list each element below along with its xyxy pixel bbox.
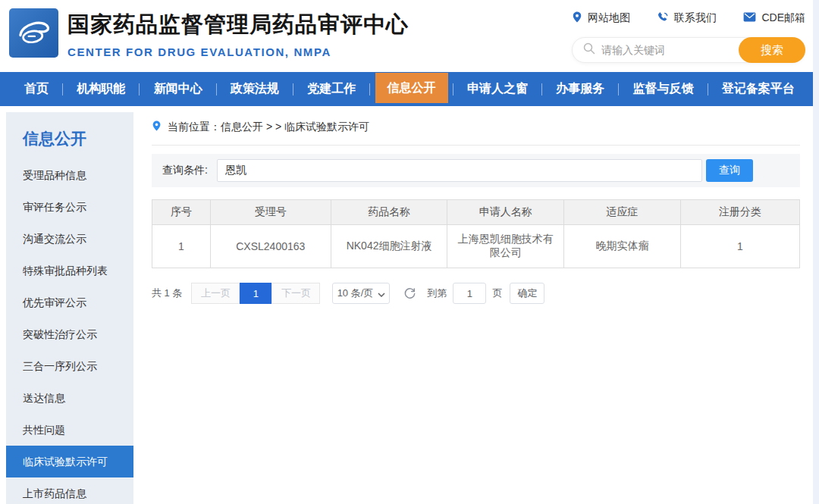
nav-item-functions[interactable]: 机构职能 <box>67 72 134 106</box>
pagination-total: 共 1 条 <box>152 286 182 300</box>
mailbox-link-label: CDE邮箱 <box>761 11 805 25</box>
contact-link[interactable]: 联系我们 <box>657 11 717 25</box>
nav-item-news[interactable]: 新闻中心 <box>145 72 212 106</box>
table-header-row: 序号 受理号 药品名称 申请人名称 适应症 注册分类 <box>152 200 800 225</box>
cell-indication: 晚期实体瘤 <box>564 225 681 268</box>
cell-index: 1 <box>152 225 211 268</box>
col-header-drug-name: 药品名称 <box>331 200 447 225</box>
page-size-value: 10 条/页 <box>337 286 374 300</box>
site-header: 国家药品监督管理局药品审评中心 CENTER FOR DRUG EVALUATI… <box>0 0 819 72</box>
page-size-select[interactable]: 10 条/页 <box>332 283 390 304</box>
query-bar: 查询条件: 查询 <box>152 154 800 187</box>
site-title: 国家药品监督管理局药品审评中心 <box>67 10 409 40</box>
site-search-input[interactable] <box>601 44 733 56</box>
cell-drug-name: NK042细胞注射液 <box>331 225 447 268</box>
nav-divider <box>708 83 708 95</box>
page-number-button[interactable]: 1 <box>240 283 271 304</box>
nav-divider <box>369 83 370 95</box>
sidebar-title: 信息公开 <box>6 112 133 159</box>
sidebar-item-priority-review[interactable]: 优先审评公示 <box>6 286 133 318</box>
phone-icon <box>657 11 669 25</box>
query-button[interactable]: 查询 <box>706 159 753 182</box>
refresh-icon[interactable] <box>403 287 416 300</box>
sidebar-item-marketed-drugs[interactable]: 上市药品信息 <box>6 477 133 504</box>
col-header-registration-class: 注册分类 <box>680 200 799 225</box>
cell-registration-class: 1 <box>680 225 799 268</box>
nav-divider <box>541 83 542 95</box>
goto-page-prefix: 到第 <box>427 286 447 300</box>
sidebar-item-review-tasks[interactable]: 审评任务公示 <box>6 191 133 223</box>
results-table: 序号 受理号 药品名称 申请人名称 适应症 注册分类 1 CXSL2400163… <box>152 199 800 268</box>
sidebar-item-delivery-info[interactable]: 送达信息 <box>6 382 133 414</box>
col-header-indication: 适应症 <box>564 200 681 225</box>
search-icon <box>583 42 595 58</box>
mail-icon <box>743 12 756 24</box>
map-pin-icon <box>572 11 582 26</box>
nav-item-party[interactable]: 党建工作 <box>298 72 365 106</box>
cde-logo-icon <box>12 10 56 57</box>
header-quick-links: 网站地图 联系我们 CDE邮箱 <box>572 11 805 26</box>
nav-item-applicant-window[interactable]: 申请人之窗 <box>458 72 537 106</box>
sidebar-item-clinical-trial-implied-license[interactable]: 临床试验默示许可 <box>6 446 133 477</box>
breadcrumb: 当前位置：信息公开 > > 临床试验默示许可 <box>152 114 800 146</box>
nav-divider <box>618 83 619 95</box>
sidebar-item-accepted-varieties[interactable]: 受理品种信息 <box>6 159 133 191</box>
site-search-button[interactable]: 搜索 <box>739 37 805 63</box>
query-label: 查询条件: <box>162 164 208 177</box>
cde-logo <box>9 8 58 58</box>
nav-item-services[interactable]: 办事服务 <box>547 72 613 106</box>
cell-applicant-name: 上海恩凯细胞技术有限公司 <box>447 225 564 268</box>
prev-page-button[interactable]: 上一页 <box>191 283 240 304</box>
sidebar-item-communication[interactable]: 沟通交流公示 <box>6 223 133 255</box>
nav-item-registration-platform[interactable]: 登记备案平台 <box>713 72 804 106</box>
col-header-acceptance-number: 受理号 <box>210 200 331 225</box>
nav-divider <box>216 83 217 95</box>
sidebar: 信息公开 受理品种信息 审评任务公示 沟通交流公示 特殊审批品种列表 优先审评公… <box>6 112 133 504</box>
next-page-button[interactable]: 下一页 <box>271 283 320 304</box>
scrollbar-track[interactable] <box>813 0 819 504</box>
contact-link-label: 联系我们 <box>674 11 717 25</box>
sidebar-item-three-in-one[interactable]: 三合一序列公示 <box>6 350 133 382</box>
site-subtitle: CENTER FOR DRUG EVALUATION, NMPA <box>67 45 409 58</box>
nav-item-info-disclosure[interactable]: 信息公开 <box>375 73 448 103</box>
location-pin-icon <box>152 120 162 134</box>
nav-divider <box>453 83 453 95</box>
col-header-applicant-name: 申请人名称 <box>447 200 564 225</box>
breadcrumb-text: 当前位置：信息公开 > > 临床试验默示许可 <box>168 121 369 134</box>
nav-divider <box>62 83 63 95</box>
sidebar-item-breakthrough-therapy[interactable]: 突破性治疗公示 <box>6 318 133 350</box>
site-title-block: 国家药品监督管理局药品审评中心 CENTER FOR DRUG EVALUATI… <box>67 10 409 58</box>
nav-divider <box>293 83 293 95</box>
pagination: 共 1 条 上一页 1 下一页 10 条/页 到第 页 确定 <box>152 283 800 304</box>
col-header-index: 序号 <box>152 200 211 225</box>
nav-item-policies[interactable]: 政策法规 <box>221 72 288 106</box>
confirm-button[interactable]: 确定 <box>510 283 544 304</box>
chevron-down-icon <box>378 288 385 299</box>
sidebar-item-common-questions[interactable]: 共性问题 <box>6 414 133 446</box>
nav-item-home[interactable]: 首页 <box>15 72 58 106</box>
cell-acceptance-number: CXSL2400163 <box>210 225 331 268</box>
query-input[interactable] <box>217 159 702 182</box>
main-nav: 首页 机构职能 新闻中心 政策法规 党建工作 信息公开 申请人之窗 办事服务 监… <box>0 72 819 106</box>
goto-page-input[interactable] <box>453 283 486 304</box>
mailbox-link[interactable]: CDE邮箱 <box>743 11 805 25</box>
goto-page-suffix: 页 <box>492 286 502 300</box>
sidebar-item-special-approval[interactable]: 特殊审批品种列表 <box>6 255 133 286</box>
sitemap-link-label: 网站地图 <box>588 11 630 25</box>
nav-item-supervision[interactable]: 监督与反馈 <box>624 72 703 106</box>
sitemap-link[interactable]: 网站地图 <box>572 11 630 26</box>
table-row: 1 CXSL2400163 NK042细胞注射液 上海恩凯细胞技术有限公司 晚期… <box>152 225 800 268</box>
nav-divider <box>139 83 140 95</box>
